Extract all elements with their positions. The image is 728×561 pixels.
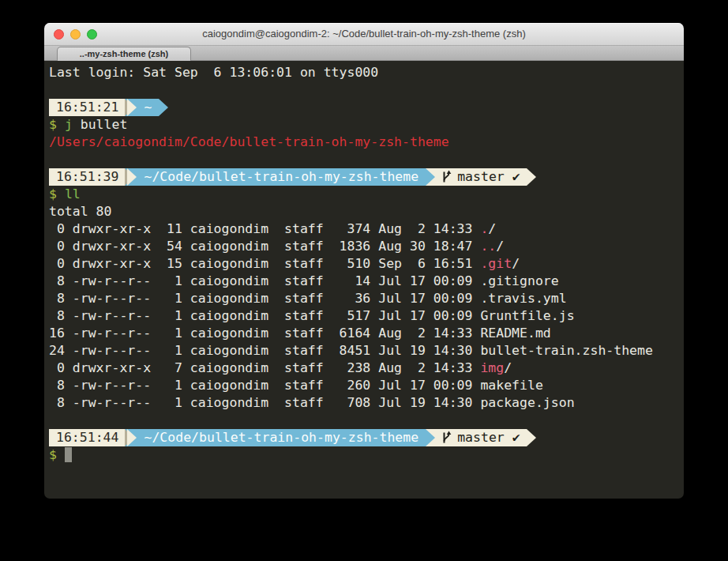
file-name: makefile <box>480 378 542 393</box>
dollar-sign: $ <box>49 117 65 132</box>
window-title: caiogondim@caiogondim-2: ~/Code/bullet-t… <box>44 23 684 45</box>
file-row: 8 -rw-r--r-- 1 caiogondim staff 260 Jul … <box>49 377 684 394</box>
file-row: 8 -rw-r--r-- 1 caiogondim staff 708 Jul … <box>49 394 684 412</box>
file-name: .git <box>480 256 512 271</box>
prompt-path: ~/Code/bullet-train-oh-my-zsh-theme <box>144 168 418 186</box>
file-name: bullet-train.zsh-theme <box>480 343 653 358</box>
file-meta: 8 -rw-r--r-- 1 caiogondim staff 36 Jul 1… <box>49 291 480 306</box>
command-args: bullet <box>73 117 128 132</box>
prompt-time: 16:51:39 <box>56 168 118 186</box>
git-branch-name: master <box>457 429 505 446</box>
prompt-time: 16:51:44 <box>56 429 118 446</box>
zoom-button[interactable] <box>87 29 97 40</box>
command-text: ll <box>65 186 81 201</box>
file-name: .travis.yml <box>480 291 566 306</box>
file-meta: 0 drwxr-xr-x 15 caiogondim staff 510 Sep… <box>49 256 480 271</box>
git-branch-icon <box>441 170 452 184</box>
git-status-check-icon: ✔ <box>512 429 520 446</box>
file-row: 8 -rw-r--r-- 1 caiogondim staff 14 Jul 1… <box>49 273 684 290</box>
prompt-time-segment: 16:51:44 <box>49 429 125 446</box>
file-name: . <box>480 221 488 236</box>
prompt-time-segment: 16:51:39 <box>49 168 125 186</box>
file-name: package.json <box>480 395 574 410</box>
file-suffix: / <box>496 239 504 254</box>
file-name: README.md <box>480 326 550 341</box>
prompt-path-segment: ~ <box>137 99 159 116</box>
minimize-button[interactable] <box>70 29 81 40</box>
blank-line <box>49 81 684 99</box>
file-name: Gruntfile.js <box>480 308 574 323</box>
file-meta: 16 -rw-r--r-- 1 caiogondim staff 6164 Au… <box>49 326 480 341</box>
command-line: $ ll <box>49 186 684 203</box>
git-branch-name: master <box>457 168 505 186</box>
file-row: 0 drwxr-xr-x 54 caiogondim staff 1836 Au… <box>49 238 684 255</box>
file-meta: 8 -rw-r--r-- 1 caiogondim staff 517 Jul … <box>49 308 480 323</box>
powerline-arrow-icon <box>527 429 537 446</box>
file-name: img <box>480 360 504 375</box>
prompt-git-segment: master ✔ <box>436 168 527 186</box>
prompt-bar: 16:51:21 ~ <box>49 99 684 116</box>
file-row: 8 -rw-r--r-- 1 caiogondim staff 517 Jul … <box>49 307 684 325</box>
window-controls <box>54 29 97 40</box>
prompt-path: ~/Code/bullet-train-oh-my-zsh-theme <box>144 429 418 446</box>
total-line: total 80 <box>49 203 684 220</box>
prompt-time-segment: 16:51:21 <box>49 99 125 116</box>
file-row: 0 drwxr-xr-x 15 caiogondim staff 510 Sep… <box>49 255 684 273</box>
powerline-arrow-icon <box>426 168 436 186</box>
title-bar[interactable]: caiogondim@caiogondim-2: ~/Code/bullet-t… <box>44 23 684 46</box>
file-suffix: / <box>488 221 496 236</box>
prompt-bar: 16:51:39 ~/Code/bullet-train-oh-my-zsh-t… <box>49 168 684 186</box>
prompt-path-segment: ~/Code/bullet-train-oh-my-zsh-theme <box>137 168 426 186</box>
file-meta: 24 -rw-r--r-- 1 caiogondim staff 8451 Ju… <box>49 343 480 358</box>
powerline-arrow-icon <box>125 99 137 116</box>
powerline-arrow-icon <box>159 99 169 116</box>
blank-line <box>49 151 684 168</box>
file-row: 24 -rw-r--r-- 1 caiogondim staff 8451 Ju… <box>49 342 684 360</box>
file-name: .. <box>480 239 496 254</box>
file-meta: 8 -rw-r--r-- 1 caiogondim staff 14 Jul 1… <box>49 273 480 288</box>
tab-bar: ..-my-zsh-theme (zsh) <box>44 46 684 61</box>
file-row: 0 drwxr-xr-x 11 caiogondim staff 374 Aug… <box>49 220 684 238</box>
file-meta: 8 -rw-r--r-- 1 caiogondim staff 708 Jul … <box>49 395 480 410</box>
git-branch-icon <box>441 431 452 445</box>
file-meta: 0 drwxr-xr-x 54 caiogondim staff 1836 Au… <box>49 239 480 254</box>
powerline-arrow-icon <box>527 168 537 186</box>
file-meta: 8 -rw-r--r-- 1 caiogondim staff 260 Jul … <box>49 378 480 393</box>
file-meta: 0 drwxr-xr-x 7 caiogondim staff 238 Aug … <box>49 360 480 375</box>
file-row: 0 drwxr-xr-x 7 caiogondim staff 238 Aug … <box>49 360 684 377</box>
file-meta: 0 drwxr-xr-x 11 caiogondim staff 374 Aug… <box>49 221 480 236</box>
dollar-sign: $ <box>49 186 65 201</box>
prompt-path-segment: ~/Code/bullet-train-oh-my-zsh-theme <box>137 429 426 446</box>
terminal-screen[interactable]: Last login: Sat Sep 6 13:06:01 on ttys00… <box>44 61 684 499</box>
file-name: .gitignore <box>480 273 558 288</box>
tab-label: ..-my-zsh-theme (zsh) <box>80 49 168 58</box>
command-line: $ j bullet <box>49 116 684 134</box>
output-path: /Users/caiogondim/Code/bullet-train-oh-m… <box>49 134 684 151</box>
prompt-path: ~ <box>144 99 152 116</box>
powerline-arrow-icon <box>125 168 137 186</box>
terminal-tab[interactable]: ..-my-zsh-theme (zsh) <box>57 47 191 61</box>
terminal-window: caiogondim@caiogondim-2: ~/Code/bullet-t… <box>44 23 684 499</box>
prompt-git-segment: master ✔ <box>436 429 527 446</box>
command-text: j <box>65 117 73 132</box>
file-row: 16 -rw-r--r-- 1 caiogondim staff 6164 Au… <box>49 325 684 342</box>
powerline-arrow-icon <box>125 429 137 446</box>
file-suffix: / <box>512 256 520 271</box>
file-row: 8 -rw-r--r-- 1 caiogondim staff 36 Jul 1… <box>49 290 684 307</box>
git-status-check-icon: ✔ <box>512 168 520 186</box>
input-line[interactable]: $ <box>49 446 684 464</box>
dollar-sign: $ <box>49 447 65 462</box>
blank-line <box>49 412 684 429</box>
cursor-block <box>65 447 72 462</box>
prompt-bar: 16:51:44 ~/Code/bullet-train-oh-my-zsh-t… <box>49 429 684 446</box>
last-login-line: Last login: Sat Sep 6 13:06:01 on ttys00… <box>49 64 684 81</box>
prompt-time: 16:51:21 <box>56 99 118 116</box>
file-suffix: / <box>504 360 512 375</box>
powerline-arrow-icon <box>426 429 436 446</box>
close-button[interactable] <box>54 29 64 40</box>
